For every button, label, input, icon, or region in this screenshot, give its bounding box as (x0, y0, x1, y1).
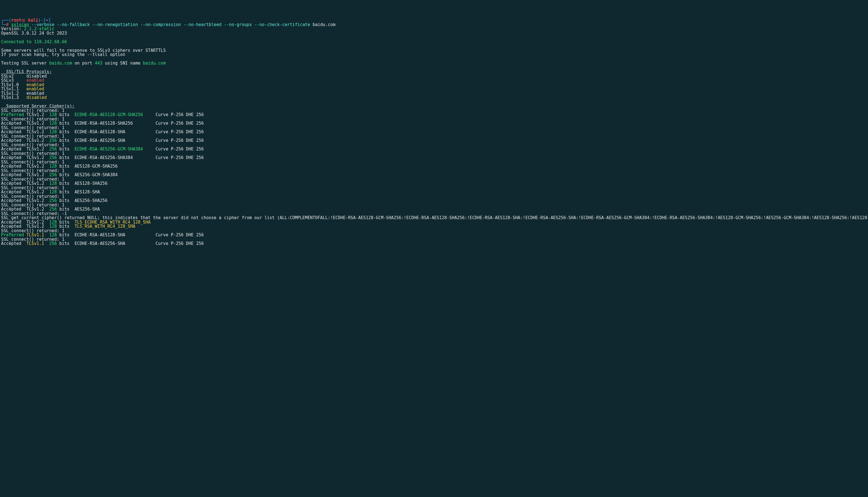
note-tlsall: If your scan hangs, try using the --tlsa… (1, 53, 867, 57)
cipher-row: Accepted TLSv1.1 256 bits ECDHE-RSA-AES2… (1, 242, 867, 246)
openssl-line: OpenSSL 3.0.12 24 Oct 2023 (1, 31, 867, 36)
blank (1, 100, 867, 104)
version-line: Version: 2.1.2-static (1, 27, 867, 31)
command-target: baidu.com (313, 22, 335, 27)
note-starttls: Some servers will fail to response to SS… (1, 48, 867, 53)
protocols-title: SSL/TLS Protocols: (1, 70, 867, 74)
protocol-row: TLSv1.0 enabled (1, 83, 867, 87)
ciphers-title: Supported Server Cipher(s): (1, 104, 867, 109)
command-flags: --verbose --no-fallback --no-renegotiati… (32, 22, 310, 27)
cipher-row: Preferred TLSv1.2 128 bits ECDHE-RSA-AES… (1, 113, 867, 117)
testing-line: Testing SSL server baidu.com on port 443… (1, 61, 867, 66)
cipher-row: Accepted TLSv1.2 256 bits AES256-SHA (1, 207, 867, 212)
cipher-row: Accepted TLSv1.2 128 bits AES128-GCM-SHA… (1, 164, 867, 169)
cipher-row: Accepted TLSv1.2 256 bits AES256-GCM-SHA… (1, 173, 867, 177)
command-line[interactable]: └─# sslscan --verbose --no-fallback --no… (1, 23, 867, 27)
terminal-output[interactable]: ┌──(root㉿ kali)-[~] └─# sslscan --verbos… (1, 18, 867, 246)
connected-line: Connected to 110.242.68.66 (1, 40, 867, 44)
protocol-row: SSLv2 disabled (1, 74, 867, 79)
protocol-row: TLSv1.1 enabled (1, 87, 867, 91)
protocol-row: SSLv3 enabled (1, 79, 867, 83)
protocol-row: TLSv1.3 disabled (1, 96, 867, 100)
cipher-row: Accepted TLSv1.2 256 bits AES256-SHA256 (1, 199, 867, 203)
cipher-row: Preferred TLSv1.1 128 bits ECDHE-RSA-AES… (1, 233, 867, 238)
cipher-row: Accepted TLSv1.2 128 bits ECDHE-RSA-AES1… (1, 121, 867, 126)
cipher-row: Accepted TLSv1.2 128 bits TLS_RSA_WITH_R… (1, 224, 867, 229)
cipher-row: Accepted TLSv1.2 128 bits AES128-SHA256 (1, 182, 867, 186)
protocol-row: TLSv1.2 enabled (1, 91, 867, 96)
cipher-row: Accepted TLSv1.2 128 bits AES128-SHA (1, 190, 867, 195)
blank (1, 36, 867, 40)
cipher-row: Accepted TLSv1.2 256 bits ECDHE-RSA-AES2… (1, 156, 867, 160)
cipher-row: Accepted TLSv1.2 256 bits ECDHE-RSA-AES2… (1, 139, 867, 143)
blank (1, 66, 867, 70)
cipher-row: Accepted TLSv1.2 128 bits ECDHE-RSA-AES1… (1, 130, 867, 134)
cipher-row: Accepted TLSv1.2 256 bits ECDHE-RSA-AES2… (1, 147, 867, 152)
